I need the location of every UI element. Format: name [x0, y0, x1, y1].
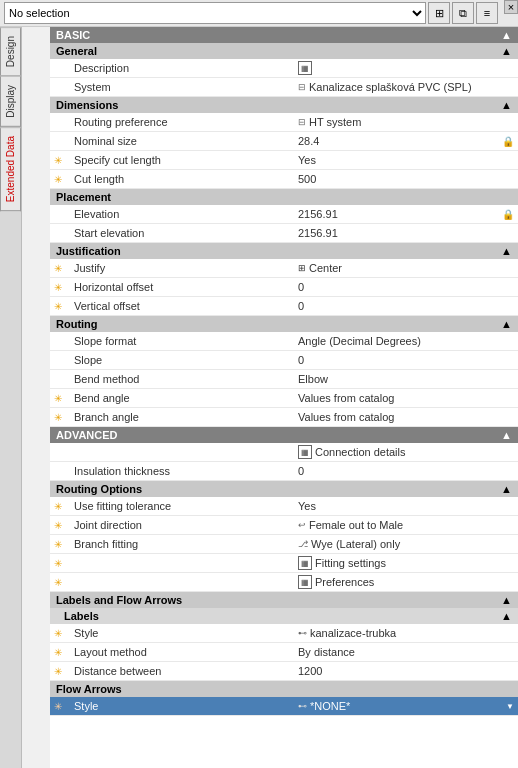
subsection-flow-arrows-header[interactable]: Flow Arrows	[50, 681, 518, 697]
row-fitting-settings: ✳ ▦ Fitting settings	[50, 554, 518, 573]
tab-design[interactable]: Design	[0, 27, 21, 76]
value-start-elevation[interactable]: 2156.91	[294, 224, 518, 242]
start-elevation-text: 2156.91	[298, 227, 338, 239]
star-justify: ✳	[50, 263, 66, 274]
value-elevation[interactable]: 2156.91 🔒	[294, 205, 518, 223]
row-branch-angle: ✳ Branch angle Values from catalog	[50, 408, 518, 427]
value-branch-fitting[interactable]: ⎇ Wye (Lateral) only	[294, 535, 518, 553]
value-insulation-thickness[interactable]: 0	[294, 462, 518, 480]
value-slope-format[interactable]: Angle (Decimal Degrees)	[294, 332, 518, 350]
flow-style-text: *NONE*	[310, 700, 350, 712]
value-specify-cut-length[interactable]: Yes	[294, 151, 518, 169]
section-basic-arrow: ▲	[501, 29, 512, 41]
row-joint-direction: ✳ Joint direction ↩ Female out to Male	[50, 516, 518, 535]
label-layout-method: Layout method	[66, 643, 294, 661]
branch-fitting-text: Wye (Lateral) only	[311, 538, 400, 550]
subsection-placement-header[interactable]: Placement	[50, 189, 518, 205]
toolbar-btn-2[interactable]: ⧉	[452, 2, 474, 24]
label-branch-angle: Branch angle	[66, 408, 294, 426]
row-cut-length: ✳ Cut length 500	[50, 170, 518, 189]
label-branch-fitting: Branch fitting	[66, 535, 294, 553]
toolbar-btn-3[interactable]: ≡	[476, 2, 498, 24]
value-horizontal-offset[interactable]: 0	[294, 278, 518, 296]
label-fitting-settings-empty	[66, 554, 294, 572]
star-flow-style: ✳	[50, 701, 66, 712]
subsection-general-header[interactable]: General ▲	[50, 43, 518, 59]
specify-cut-text: Yes	[298, 154, 316, 166]
label-preferences-empty	[66, 573, 294, 591]
value-style[interactable]: ⊷ kanalizace-trubka	[294, 624, 518, 642]
value-layout-method[interactable]: By distance	[294, 643, 518, 661]
value-joint-direction[interactable]: ↩ Female out to Male	[294, 516, 518, 534]
label-slope-format: Slope format	[66, 332, 294, 350]
insulation-thickness-text: 0	[298, 465, 304, 477]
connection-icon: ▦	[298, 445, 312, 459]
value-slope[interactable]: 0	[294, 351, 518, 369]
star-vertical-offset: ✳	[50, 301, 66, 312]
row-distance-between: ✳ Distance between 1200	[50, 662, 518, 681]
tab-display[interactable]: Display	[0, 76, 21, 127]
close-button[interactable]: ×	[504, 0, 518, 14]
subsection-dimensions-arrow: ▲	[501, 99, 512, 111]
subsection-general-label: General	[56, 45, 97, 57]
value-use-fitting-tolerance[interactable]: Yes	[294, 497, 518, 515]
row-vertical-offset: ✳ Vertical offset 0	[50, 297, 518, 316]
label-nominal-size: Nominal size	[66, 132, 294, 150]
vertical-offset-text: 0	[298, 300, 304, 312]
row-system: System ⊟ Kanalizace splašková PVC (SPL)	[50, 78, 518, 97]
flow-style-dropdown-icon: ▼	[506, 702, 514, 711]
star-distance-between: ✳	[50, 666, 66, 677]
section-basic-label: BASIC	[56, 29, 90, 41]
subsection-general-arrow: ▲	[501, 45, 512, 57]
label-description: Description	[66, 59, 294, 77]
horizontal-offset-text: 0	[298, 281, 304, 293]
subsection-routing-options-header[interactable]: Routing Options ▲	[50, 481, 518, 497]
star-horizontal-offset: ✳	[50, 282, 66, 293]
value-bend-angle[interactable]: Values from catalog	[294, 389, 518, 407]
routing-pref-icon: ⊟	[298, 117, 306, 127]
subsection-placement-label: Placement	[56, 191, 111, 203]
subsection-labels-header[interactable]: Labels ▲	[50, 608, 518, 624]
row-flow-style: ✳ Style ⊷ *NONE* ▼	[50, 697, 518, 716]
close-icon: ×	[508, 1, 514, 13]
label-system: System	[66, 78, 294, 96]
value-routing-preference[interactable]: ⊟ HT system	[294, 113, 518, 131]
label-bend-method: Bend method	[66, 370, 294, 388]
section-basic-header[interactable]: BASIC ▲	[50, 27, 518, 43]
value-vertical-offset[interactable]: 0	[294, 297, 518, 315]
row-start-elevation: Start elevation 2156.91	[50, 224, 518, 243]
joint-direction-text: Female out to Male	[309, 519, 403, 531]
row-preferences: ✳ ▦ Preferences	[50, 573, 518, 592]
row-description: Description ▦	[50, 59, 518, 78]
label-bend-angle: Bend angle	[66, 389, 294, 407]
value-nominal-size[interactable]: 28.4 🔒	[294, 132, 518, 150]
subsection-routing-header[interactable]: Routing ▲	[50, 316, 518, 332]
row-style: ✳ Style ⊷ kanalizace-trubka	[50, 624, 518, 643]
section-advanced-header[interactable]: ADVANCED ▲	[50, 427, 518, 443]
elevation-text: 2156.91	[298, 208, 338, 220]
system-value-text: Kanalizace splašková PVC (SPL)	[309, 81, 472, 93]
value-bend-method[interactable]: Elbow	[294, 370, 518, 388]
description-icon: ▦	[298, 61, 312, 75]
value-system[interactable]: ⊟ Kanalizace splašková PVC (SPL)	[294, 78, 518, 96]
subsection-labels-flow-header[interactable]: Labels and Flow Arrows ▲	[50, 592, 518, 608]
subsection-dimensions-header[interactable]: Dimensions ▲	[50, 97, 518, 113]
value-flow-style[interactable]: ⊷ *NONE* ▼	[294, 697, 518, 715]
value-description[interactable]: ▦	[294, 59, 518, 77]
connection-details-text: Connection details	[315, 446, 406, 458]
row-nominal-size: Nominal size 28.4 🔒	[50, 132, 518, 151]
subsection-justification-header[interactable]: Justification ▲	[50, 243, 518, 259]
value-justify[interactable]: ⊞ Center	[294, 259, 518, 277]
value-fitting-settings[interactable]: ▦ Fitting settings	[294, 554, 518, 572]
subsection-routing-options-label: Routing Options	[56, 483, 142, 495]
preferences-icon: ▦	[298, 575, 312, 589]
value-connection-details[interactable]: ▦ Connection details	[294, 443, 518, 461]
tab-extended-data[interactable]: Extended Data	[0, 127, 21, 211]
value-preferences[interactable]: ▦ Preferences	[294, 573, 518, 591]
value-cut-length[interactable]: 500	[294, 170, 518, 188]
value-distance-between[interactable]: 1200	[294, 662, 518, 680]
selection-dropdown[interactable]: No selection	[4, 2, 426, 24]
toolbar-btn-1[interactable]: ⊞	[428, 2, 450, 24]
distance-between-text: 1200	[298, 665, 322, 677]
value-branch-angle[interactable]: Values from catalog	[294, 408, 518, 426]
